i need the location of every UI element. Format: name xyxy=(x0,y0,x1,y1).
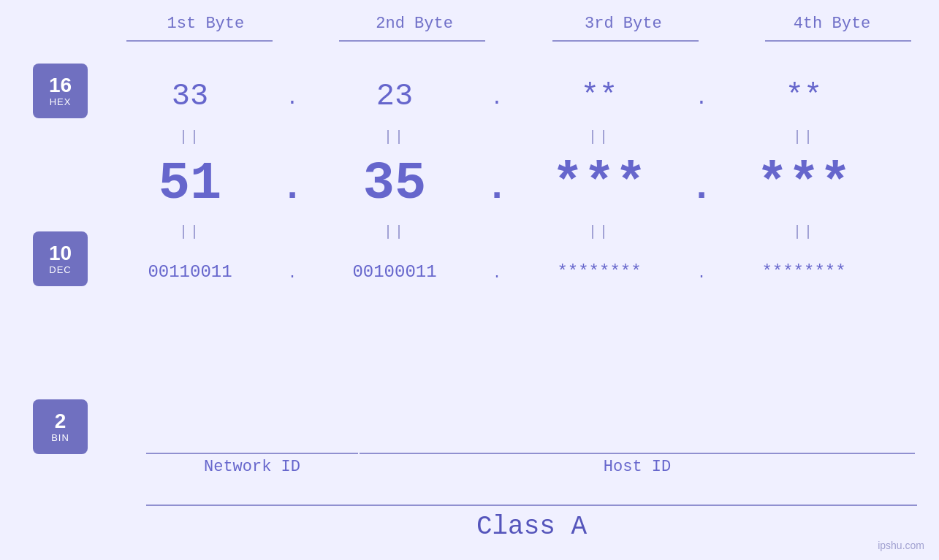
byte2-header: 2nd Byte xyxy=(327,15,502,33)
byte3-header: 3rd Byte xyxy=(536,15,711,33)
bracket-b2 xyxy=(339,40,485,42)
sep-spacer-2 xyxy=(33,330,88,356)
class-bracket-line xyxy=(146,505,917,506)
sep1-b3: || xyxy=(512,129,687,145)
host-id-label: Host ID xyxy=(360,458,915,476)
bin-b3: ******** xyxy=(512,262,687,282)
hex-b3: ** xyxy=(512,79,687,114)
sep2-b1: || xyxy=(102,223,278,240)
sep1-b2: || xyxy=(307,129,482,145)
watermark: ipshu.com xyxy=(878,540,924,551)
hex-badge: 16 HEX xyxy=(33,64,88,118)
data-grid: 33 . 23 . ** . ** || || || || 51 xyxy=(102,64,939,301)
sep1-b4: || xyxy=(716,129,892,145)
hex-row: 33 . 23 . ** . ** xyxy=(102,67,939,126)
byte1-header: 1st Byte xyxy=(118,15,293,33)
hex-d1: . xyxy=(278,83,307,110)
bin-row: 00110011 . 00100011 . ******** . *******… xyxy=(102,242,939,301)
dec-b3: *** xyxy=(512,154,687,214)
bracket-b4 xyxy=(765,40,911,42)
host-bracket-line xyxy=(360,453,915,454)
hex-badge-label: HEX xyxy=(50,96,72,107)
bin-b1: 00110011 xyxy=(102,262,278,282)
dec-d2: . xyxy=(482,159,512,210)
byte4-header: 4th Byte xyxy=(744,15,919,33)
sep1-b1: || xyxy=(102,129,278,145)
content-area: 16 HEX 10 DEC 2 BIN 33 . xyxy=(0,64,939,454)
bin-badge-label: BIN xyxy=(51,432,69,443)
sep2-b3: || xyxy=(512,223,687,240)
network-bracket-line xyxy=(146,453,358,454)
bracket-b3 xyxy=(552,40,699,42)
class-label: Class A xyxy=(146,512,917,542)
hex-b1: 33 xyxy=(102,79,278,114)
dec-b4: *** xyxy=(716,154,892,214)
dec-d1: . xyxy=(278,159,307,210)
class-bracket: Class A xyxy=(146,505,917,542)
byte-headers: 1st Byte 2nd Byte 3rd Byte 4th Byte xyxy=(117,15,921,33)
dec-badge: 10 DEC xyxy=(33,231,88,286)
bin-d1: . xyxy=(278,261,307,282)
host-id-bracket: Host ID xyxy=(360,453,915,476)
dec-b2: 35 xyxy=(307,154,482,214)
dec-b1: 51 xyxy=(102,154,278,214)
hex-b4: ** xyxy=(716,79,892,114)
sep2-b4: || xyxy=(716,223,892,240)
hex-d3: . xyxy=(687,83,716,110)
sep-row-2: || || || || xyxy=(102,220,939,242)
left-badges: 16 HEX 10 DEC 2 BIN xyxy=(33,64,88,454)
dec-badge-num: 10 xyxy=(49,242,72,265)
bin-d2: . xyxy=(482,261,512,282)
network-id-label: Network ID xyxy=(146,458,358,476)
dec-row: 51 . 35 . *** . *** xyxy=(102,147,939,220)
sep-row-1: || || || || xyxy=(102,126,939,147)
dec-d3: . xyxy=(687,159,716,210)
bin-b4: ******** xyxy=(716,262,892,282)
hex-badge-num: 16 xyxy=(49,74,72,97)
sep-spacer-1 xyxy=(33,162,88,188)
top-brackets xyxy=(117,40,921,42)
sep2-b2: || xyxy=(307,223,482,240)
bin-badge-num: 2 xyxy=(55,410,66,433)
bracket-b1 xyxy=(126,40,273,42)
network-id-bracket: Network ID xyxy=(146,453,358,476)
bin-d3: . xyxy=(687,261,716,282)
bin-b2: 00100011 xyxy=(307,262,482,282)
hex-b2: 23 xyxy=(307,79,482,114)
hex-d2: . xyxy=(482,83,512,110)
main-container: 1st Byte 2nd Byte 3rd Byte 4th Byte 16 H… xyxy=(0,0,939,560)
dec-badge-label: DEC xyxy=(49,264,71,275)
bin-badge: 2 BIN xyxy=(33,399,88,454)
